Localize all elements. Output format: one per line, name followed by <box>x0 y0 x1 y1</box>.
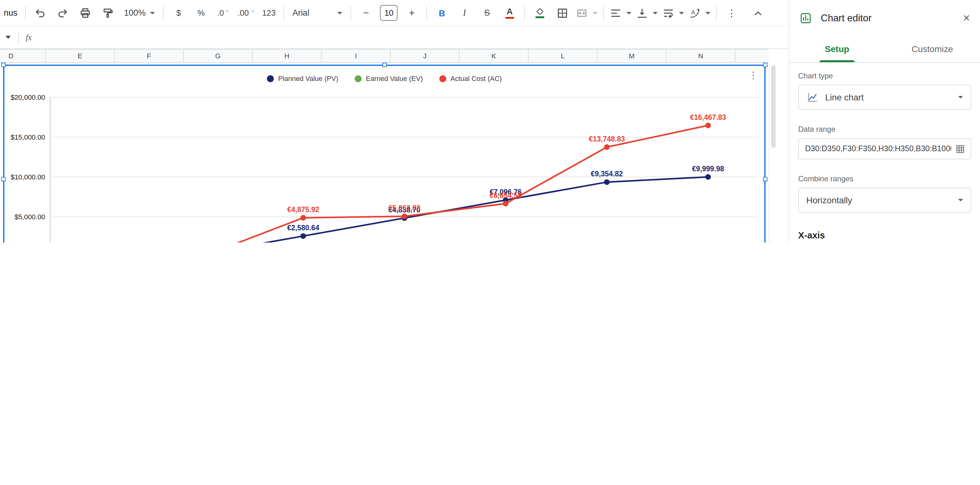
legend-dot-icon <box>355 75 361 82</box>
svg-text:$15,000.00: $15,000.00 <box>11 133 45 141</box>
increase-decimals-button[interactable]: .00→ <box>235 4 258 22</box>
svg-text:A: A <box>692 9 695 15</box>
tab-customize[interactable]: Customize <box>885 36 980 62</box>
svg-text:€9,354.82: €9,354.82 <box>591 170 623 178</box>
combine-ranges-value: Horizontally <box>806 195 852 205</box>
combine-ranges-label: Combine ranges <box>798 174 971 183</box>
paint-format-button[interactable] <box>97 4 119 22</box>
chevron-down-icon <box>338 11 343 14</box>
left-arrow-icon: ← <box>225 8 230 13</box>
selection-handle[interactable] <box>763 177 767 181</box>
selection-handle[interactable] <box>763 63 767 67</box>
column-header-H[interactable]: H <box>253 49 321 62</box>
tab-setup[interactable]: Setup <box>789 36 885 62</box>
legend-item: Actual Cost (AC) <box>439 75 502 82</box>
column-header-D[interactable]: D <box>0 49 46 62</box>
svg-text:€322.58: €322.58 <box>189 242 215 242</box>
font-family-select[interactable]: Arial <box>288 4 347 22</box>
column-header-E[interactable]: E <box>46 49 115 62</box>
decrease-decimals-button[interactable]: .0← <box>213 4 235 22</box>
column-header-K[interactable]: K <box>460 49 528 62</box>
column-header-M[interactable]: M <box>598 49 667 62</box>
selection-handle[interactable] <box>1 177 6 181</box>
divider <box>716 6 717 20</box>
text-rotation-button[interactable]: A <box>687 4 713 22</box>
number-format-button[interactable]: 123 <box>258 4 280 22</box>
sheet-grid[interactable]: Cumulative Planned ValueEarned Value (EV… <box>0 63 769 242</box>
close-icon[interactable]: × <box>963 12 970 24</box>
embedded-chart[interactable]: Planned Value (PV)Earned Value (EV)Actua… <box>3 65 765 242</box>
undo-button[interactable] <box>29 4 51 22</box>
column-header-L[interactable]: L <box>528 49 598 62</box>
vertical-scrollbar[interactable] <box>769 63 777 242</box>
fill-color-icon <box>535 8 545 19</box>
svg-text:€4,875.92: €4,875.92 <box>287 206 319 214</box>
select-data-range-icon[interactable] <box>955 144 966 154</box>
fill-color-button[interactable] <box>529 4 551 22</box>
merge-cells-icon <box>576 6 589 19</box>
chart-more-options-icon[interactable]: ⋮ <box>749 70 758 81</box>
column-header-G[interactable]: G <box>184 49 253 62</box>
divider <box>284 6 284 20</box>
combine-ranges-select[interactable]: Horizontally <box>798 188 971 213</box>
undo-icon <box>34 6 47 19</box>
formula-bar: fx <box>0 26 789 49</box>
panel-tabs: SetupCustomize <box>789 36 980 63</box>
zoom-value: 100% <box>124 8 146 18</box>
selection-handle[interactable] <box>1 63 6 67</box>
print-icon <box>79 6 92 19</box>
merge-cells-button[interactable] <box>574 4 600 22</box>
panel-content: Chart type Line chart Data range D30:D35… <box>789 63 980 242</box>
collapse-toolbar-button[interactable] <box>747 4 769 22</box>
zoom-select[interactable]: 100% <box>120 4 159 22</box>
more-toolbar-options-button[interactable]: ⋮ <box>721 4 743 22</box>
chevron-down-icon <box>706 11 711 14</box>
panel-title: Chart editor <box>821 12 872 24</box>
name-box-dropdown[interactable] <box>6 36 11 39</box>
data-range-input[interactable]: D30:D350,F30:F350,H30:H350,B30:B1000 <box>798 138 971 160</box>
column-header-N[interactable]: N <box>667 49 735 62</box>
svg-text:$5,000.00: $5,000.00 <box>14 213 45 221</box>
bold-button[interactable]: B <box>431 4 453 22</box>
svg-text:€9,999.98: €9,999.98 <box>692 165 724 173</box>
text-color-button[interactable]: A <box>499 4 521 22</box>
legend-item: Planned Value (PV) <box>267 75 338 82</box>
paint-format-icon <box>102 6 115 19</box>
chart-type-select[interactable]: Line chart <box>798 85 971 110</box>
svg-text:€6,654.58: €6,654.58 <box>490 191 522 199</box>
text-wrap-button[interactable] <box>660 4 686 22</box>
currency-format-button[interactable]: $ <box>168 4 190 22</box>
column-header-F[interactable]: F <box>115 49 184 62</box>
menus-label-partial[interactable]: nus <box>3 8 21 18</box>
text-rotation-icon: A <box>689 6 701 19</box>
selection-handle[interactable] <box>382 63 387 67</box>
column-header-J[interactable]: J <box>391 49 460 62</box>
strikethrough-button[interactable]: S <box>476 4 498 22</box>
vertical-align-button[interactable] <box>634 4 660 22</box>
percent-format-button[interactable]: % <box>190 4 212 22</box>
function-icon[interactable]: fx <box>26 32 32 42</box>
chart-type-value: Line chart <box>825 92 864 102</box>
collapse-toolbar-icon <box>751 6 764 19</box>
text-color-icon: A <box>505 7 514 19</box>
redo-button[interactable] <box>52 4 74 22</box>
divider <box>18 30 19 44</box>
chart-editor-panel: Chart editor × SetupCustomize Chart type… <box>789 0 980 242</box>
chevron-down-icon <box>627 11 632 14</box>
chevron-down-icon <box>958 96 963 99</box>
legend-dot-icon <box>267 75 274 82</box>
borders-button[interactable] <box>552 4 573 22</box>
chart-icon <box>799 11 812 24</box>
divider <box>427 6 427 20</box>
decrease-font-size-button[interactable]: − <box>355 4 377 22</box>
panel-header: Chart editor × <box>789 0 980 36</box>
column-header-I[interactable]: I <box>321 49 391 62</box>
print-button[interactable] <box>75 4 97 22</box>
italic-button[interactable]: I <box>453 4 476 22</box>
increase-font-size-button[interactable]: + <box>401 4 423 22</box>
font-family-value: Arial <box>293 8 309 18</box>
vertical-scrollbar-thumb[interactable] <box>771 65 776 148</box>
font-size-input[interactable]: 10 <box>380 5 398 21</box>
right-arrow-icon: → <box>250 8 255 13</box>
horizontal-align-button[interactable] <box>608 4 633 22</box>
